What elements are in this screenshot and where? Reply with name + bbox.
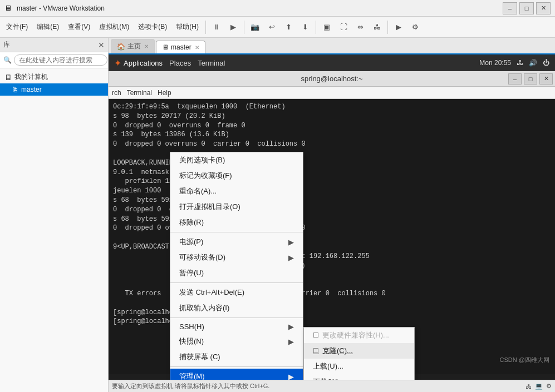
ctx-close-tab[interactable]: 关闭选项卡(B)	[170, 152, 303, 168]
terminal-menu-terminal[interactable]: Terminal	[127, 89, 152, 97]
menu-vm[interactable]: 虚拟机(M)	[95, 20, 133, 34]
sub-ctx-clone[interactable]: ☐ 克隆(C)...	[304, 343, 414, 359]
ctx-ssh-label: SSH(H)	[179, 322, 204, 331]
ctx-close-tab-label: 关闭选项卡(B)	[179, 155, 225, 165]
ctx-send-ctrl-alt-del[interactable]: 发送 Ctrl+Alt+Del(E)	[170, 285, 303, 300]
gnome-applications-menu[interactable]: ✦ Applications	[114, 58, 163, 68]
ctx-removable[interactable]: 可移动设备(D) ▶	[170, 250, 303, 265]
tab-master-label: master	[171, 43, 191, 51]
main-layout: 库 ✕ 🔍 ▾ 🖥 我的计算机 🖱 master 🏠 主页 ✕	[0, 38, 555, 392]
sidebar-close-button[interactable]: ✕	[98, 41, 105, 49]
ctx-sep-4	[170, 366, 303, 367]
pause-button[interactable]: ⏸	[209, 19, 224, 35]
context-menu: 关闭选项卡(B) 标记为收藏项(F) 重命名(A)... 打开虚拟机目录(O) …	[170, 152, 303, 380]
ctx-favorite-label: 标记为收藏项(F)	[179, 171, 232, 181]
window-title: master - VMware Workstation	[17, 4, 503, 12]
tree-child-master[interactable]: 🖱 master	[0, 83, 108, 96]
gnome-volume-icon: 🔊	[529, 59, 537, 67]
tab-home-label: 主页	[127, 42, 141, 51]
ctx-grab-input[interactable]: 抓取输入内容(I)	[170, 300, 303, 316]
terminal-menubar: rch Terminal Help	[109, 87, 555, 99]
status-bar: 要输入定向到该虚拟机,请将鼠标指针移入其中或按 Ctrl+G. 🖧 💻 ⚙	[109, 380, 555, 392]
toolbar-separator	[205, 21, 206, 34]
ctx-rename-label: 重命名(A)...	[179, 186, 217, 196]
settings-button[interactable]: ⚙	[407, 19, 423, 35]
menu-toolbar: 文件(F) 编辑(E) 查看(V) 虚拟机(M) 选项卡(B) 帮助(H) ⏸ …	[0, 17, 555, 38]
sidebar-search-bar: 🔍 ▾	[0, 52, 108, 68]
ctx-rename[interactable]: 重命名(A)...	[170, 183, 303, 199]
ctx-capture-label: 捕获屏幕 (C)	[179, 352, 220, 362]
terminal-maximize-btn[interactable]: □	[524, 73, 537, 85]
ctx-power[interactable]: 电源(P) ▶	[170, 234, 303, 250]
sidebar-title: 库	[3, 40, 10, 49]
console-button[interactable]: ▶	[391, 19, 406, 35]
search-input[interactable]	[14, 54, 107, 66]
upload-button[interactable]: ⬆	[281, 19, 296, 35]
sub-ctx-download[interactable]: 下载(W)...	[304, 374, 414, 380]
ctx-snapshot[interactable]: 快照(N) ▶	[170, 334, 303, 349]
tab-bar: 🏠 主页 ✕ 🖥 master ✕	[109, 38, 555, 54]
ctx-favorite[interactable]: 标记为收藏项(F)	[170, 168, 303, 183]
menu-view[interactable]: 查看(V)	[64, 20, 94, 34]
ctx-open-dir-label: 打开虚拟机目录(O)	[179, 202, 240, 212]
ctx-sep-2	[170, 282, 303, 283]
maximize-button[interactable]: □	[519, 2, 534, 14]
ctx-manage[interactable]: 管理(M) ▶	[170, 369, 303, 380]
gnome-terminal-menu[interactable]: Terminal	[198, 59, 225, 67]
sub-ctx-clone-label: 克隆(C)...	[322, 346, 353, 356]
snapshot-button[interactable]: 📷	[247, 19, 263, 35]
menu-tabs[interactable]: 选项卡(B)	[134, 20, 171, 34]
status-text: 要输入定向到该虚拟机,请将鼠标指针移入其中或按 Ctrl+G.	[112, 382, 269, 390]
terminal-close-btn[interactable]: ✕	[539, 73, 553, 85]
fullscreen-button[interactable]: ⛶	[336, 19, 351, 35]
sub-ctx-upload[interactable]: 上载(U)...	[304, 359, 414, 374]
tab-home-close[interactable]: ✕	[144, 43, 149, 49]
minimize-button[interactable]: –	[503, 2, 517, 14]
ctx-ssh[interactable]: SSH(H) ▶	[170, 320, 303, 334]
tab-master[interactable]: 🖥 master ✕	[156, 41, 205, 53]
fit-button[interactable]: ▣	[319, 19, 335, 35]
app-icon: 🖥	[4, 4, 13, 13]
ctx-capture-screen[interactable]: 捕获屏幕 (C)	[170, 349, 303, 365]
sub-ctx-hw-label: 更改硬件兼容性(H)...	[322, 330, 389, 340]
sidebar-header: 库 ✕	[0, 38, 108, 52]
gnome-logo-icon: ✦	[114, 58, 121, 68]
menu-file[interactable]: 文件(F)	[2, 20, 32, 34]
ctx-manage-label: 管理(M)	[179, 371, 205, 380]
revert-button[interactable]: ↩	[264, 19, 279, 35]
clone-icon: ☐	[313, 347, 319, 355]
ctx-remove[interactable]: 移除(R)	[170, 215, 303, 230]
vm-icon: 🖱	[11, 85, 19, 94]
terminal-container: spring@localhost:~ – □ ✕ rch Terminal He…	[109, 71, 555, 380]
tab-home[interactable]: 🏠 主页 ✕	[111, 39, 155, 53]
sub-ctx-hw-compat: ☐ 更改硬件兼容性(H)...	[304, 328, 414, 343]
menu-help[interactable]: 帮助(H)	[172, 20, 203, 34]
status-icon-settings: ⚙	[546, 383, 552, 390]
terminal-minimize-btn[interactable]: –	[508, 73, 522, 85]
terminal-title: spring@localhost:~	[301, 75, 362, 83]
menu-edit[interactable]: 编辑(E)	[33, 20, 63, 34]
tree-root[interactable]: 🖥 我的计算机	[0, 71, 108, 83]
vm-tab-icon: 🖥	[162, 43, 169, 51]
terminal-menu-search[interactable]: rch	[112, 89, 121, 97]
gnome-power-icon[interactable]: ⏻	[543, 59, 549, 67]
gnome-network-icon: 🖧	[517, 59, 523, 67]
ctx-removable-arrow: ▶	[288, 254, 294, 262]
play-button[interactable]: ▶	[225, 19, 241, 35]
tab-master-close[interactable]: ✕	[195, 44, 199, 51]
ctx-send-cad-label: 发送 Ctrl+Alt+Del(E)	[179, 287, 244, 297]
ctx-pause[interactable]: 暂停(U)	[170, 265, 303, 281]
ctx-snapshot-arrow: ▶	[288, 338, 294, 346]
gnome-places-menu[interactable]: Places	[169, 59, 191, 67]
terminal-menu-help[interactable]: Help	[158, 89, 171, 97]
sidebar-tree: 🖥 我的计算机 🖱 master	[0, 68, 108, 392]
ctx-sep-3	[170, 317, 303, 318]
network-button[interactable]: 🖧	[369, 19, 385, 35]
download-button[interactable]: ⬇	[297, 19, 313, 35]
ctx-manage-arrow: ▶	[288, 373, 294, 380]
close-button[interactable]: ✕	[536, 2, 551, 14]
stretch-button[interactable]: ⇔	[352, 19, 368, 35]
ctx-power-arrow: ▶	[288, 238, 294, 246]
ctx-open-dir[interactable]: 打开虚拟机目录(O)	[170, 199, 303, 215]
ctx-pause-label: 暂停(U)	[179, 268, 204, 278]
